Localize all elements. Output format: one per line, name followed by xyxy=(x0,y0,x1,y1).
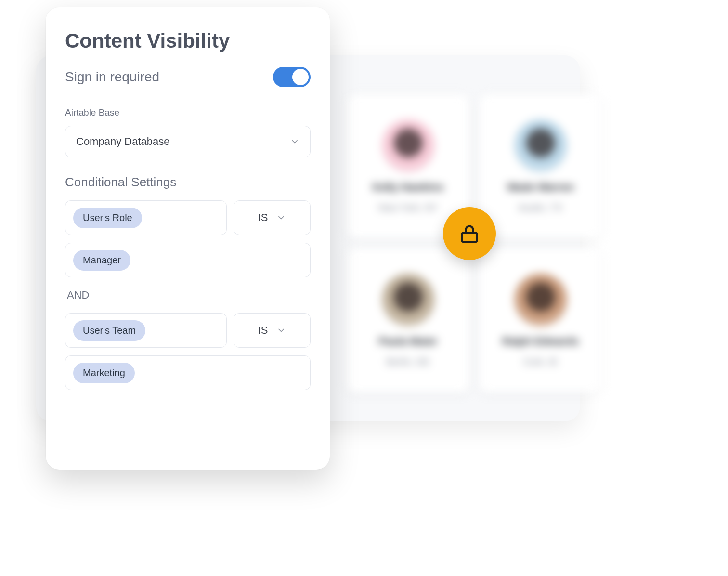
team-card: Ralph Edwards Cork, IE xyxy=(479,248,602,393)
condition-value-select[interactable]: Marketing xyxy=(65,355,311,390)
condition-operator-value: IS xyxy=(258,324,268,337)
condition-value-chip[interactable]: Marketing xyxy=(73,363,135,383)
team-member-location: Berlin, DE xyxy=(386,356,429,367)
condition-value-chip[interactable]: Manager xyxy=(73,250,130,271)
team-member-name: Kelly Hawkins xyxy=(373,181,444,194)
team-member-location: Cork, IE xyxy=(523,356,558,367)
chevron-down-icon xyxy=(276,213,286,223)
avatar xyxy=(382,274,435,327)
lock-icon xyxy=(458,223,481,245)
conditional-settings-heading: Conditional Settings xyxy=(65,175,311,190)
condition-field-select[interactable]: User's Role xyxy=(65,200,227,235)
signin-required-label: Sign in required xyxy=(65,69,159,85)
svg-rect-0 xyxy=(462,233,477,242)
condition-operator-select[interactable]: IS xyxy=(234,200,311,235)
chevron-down-icon xyxy=(290,137,299,146)
signin-required-toggle[interactable] xyxy=(273,67,311,87)
airtable-base-value: Company Database xyxy=(76,135,169,148)
condition-joiner: AND xyxy=(67,289,311,301)
condition-field-select[interactable]: User's Team xyxy=(65,313,227,348)
avatar xyxy=(514,119,567,172)
condition-field-chip[interactable]: User's Team xyxy=(73,320,145,341)
team-member-location: Austin, TX xyxy=(519,202,563,213)
toggle-knob xyxy=(292,69,309,85)
panel-title: Content Visibility xyxy=(65,29,311,52)
airtable-base-label: Airtable Base xyxy=(65,107,311,118)
team-card: Wade Warren Austin, TX xyxy=(479,94,602,238)
team-member-name: Wade Warren xyxy=(507,181,574,194)
team-card: Paula Maier Berlin, DE xyxy=(347,248,469,393)
content-visibility-panel: Content Visibility Sign in required Airt… xyxy=(46,7,330,470)
team-member-name: Ralph Edwards xyxy=(502,335,579,348)
condition-field-chip[interactable]: User's Role xyxy=(73,208,142,228)
chevron-down-icon xyxy=(276,326,286,335)
condition-value-select[interactable]: Manager xyxy=(65,243,311,277)
lock-badge xyxy=(443,207,496,260)
condition-operator-value: IS xyxy=(258,211,268,224)
condition-operator-select[interactable]: IS xyxy=(234,313,311,348)
avatar xyxy=(382,119,435,172)
avatar xyxy=(514,274,567,327)
team-member-location: New York, NY xyxy=(378,202,438,213)
airtable-base-select[interactable]: Company Database xyxy=(65,126,311,157)
team-member-name: Paula Maier xyxy=(378,335,437,348)
